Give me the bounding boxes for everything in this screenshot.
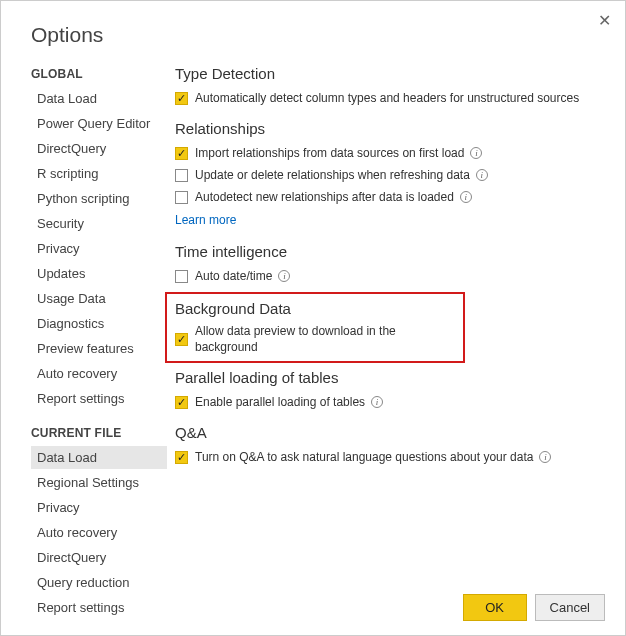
highlight-background-data: Background Data Allow data preview to do… — [165, 292, 465, 363]
sidebar-heading-current-file: CURRENT FILE — [31, 426, 167, 440]
info-icon[interactable]: i — [470, 147, 482, 159]
option-label: Enable parallel loading of tables — [195, 394, 365, 410]
section-relationships: Relationships — [175, 120, 605, 137]
section-type-detection: Type Detection — [175, 65, 605, 82]
learn-more-link[interactable]: Learn more — [175, 213, 236, 227]
option-label: Import relationships from data sources o… — [195, 145, 464, 161]
info-icon[interactable]: i — [371, 396, 383, 408]
option-import-relationships[interactable]: Import relationships from data sources o… — [175, 145, 605, 161]
checkbox-icon[interactable] — [175, 92, 188, 105]
dialog-footer: OK Cancel — [463, 594, 605, 621]
checkbox-icon[interactable] — [175, 169, 188, 182]
sidebar-item-directquery-current[interactable]: DirectQuery — [31, 546, 167, 569]
dialog-title: Options — [1, 1, 625, 65]
checkbox-icon[interactable] — [175, 191, 188, 204]
checkbox-icon[interactable] — [175, 270, 188, 283]
option-label: Autodetect new relationships after data … — [195, 189, 454, 205]
sidebar-item-usage-data[interactable]: Usage Data — [31, 287, 167, 310]
main-panel: Type Detection Automatically detect colu… — [167, 65, 605, 621]
checkbox-icon[interactable] — [175, 147, 188, 160]
option-parallel-loading[interactable]: Enable parallel loading of tables i — [175, 394, 605, 410]
sidebar-item-auto-recovery-global[interactable]: Auto recovery — [31, 362, 167, 385]
info-icon[interactable]: i — [278, 270, 290, 282]
option-qa-enable[interactable]: Turn on Q&A to ask natural language ques… — [175, 449, 605, 465]
sidebar-item-regional-settings[interactable]: Regional Settings — [31, 471, 167, 494]
section-qa: Q&A — [175, 424, 605, 441]
section-parallel-loading: Parallel loading of tables — [175, 369, 605, 386]
sidebar-item-data-load-current[interactable]: Data Load — [31, 446, 167, 469]
sidebar-item-privacy-global[interactable]: Privacy — [31, 237, 167, 260]
option-update-relationships[interactable]: Update or delete relationships when refr… — [175, 167, 605, 183]
option-label: Allow data preview to download in the ba… — [195, 323, 455, 355]
sidebar-item-preview-features[interactable]: Preview features — [31, 337, 167, 360]
sidebar-item-query-reduction[interactable]: Query reduction — [31, 571, 167, 594]
sidebar-heading-global: GLOBAL — [31, 67, 167, 81]
sidebar-item-directquery-global[interactable]: DirectQuery — [31, 137, 167, 160]
close-icon[interactable]: ✕ — [598, 11, 611, 30]
sidebar-item-report-settings-global[interactable]: Report settings — [31, 387, 167, 410]
info-icon[interactable]: i — [539, 451, 551, 463]
sidebar-item-r-scripting[interactable]: R scripting — [31, 162, 167, 185]
ok-button[interactable]: OK — [463, 594, 527, 621]
option-autodetect-relationships[interactable]: Autodetect new relationships after data … — [175, 189, 605, 205]
section-background-data: Background Data — [175, 300, 455, 317]
cancel-button[interactable]: Cancel — [535, 594, 605, 621]
info-icon[interactable]: i — [476, 169, 488, 181]
option-label: Update or delete relationships when refr… — [195, 167, 470, 183]
sidebar-item-python-scripting[interactable]: Python scripting — [31, 187, 167, 210]
sidebar-item-security[interactable]: Security — [31, 212, 167, 235]
section-time-intelligence: Time intelligence — [175, 243, 605, 260]
sidebar-item-updates[interactable]: Updates — [31, 262, 167, 285]
option-label: Turn on Q&A to ask natural language ques… — [195, 449, 533, 465]
sidebar-item-power-query-editor[interactable]: Power Query Editor — [31, 112, 167, 135]
sidebar-item-report-settings-current[interactable]: Report settings — [31, 596, 167, 619]
sidebar-item-data-load-global[interactable]: Data Load — [31, 87, 167, 110]
sidebar-item-diagnostics[interactable]: Diagnostics — [31, 312, 167, 335]
sidebar-item-auto-recovery-current[interactable]: Auto recovery — [31, 521, 167, 544]
option-auto-detect-types[interactable]: Automatically detect column types and he… — [175, 90, 605, 106]
sidebar-item-privacy-current[interactable]: Privacy — [31, 496, 167, 519]
sidebar: GLOBAL Data Load Power Query Editor Dire… — [31, 65, 167, 621]
checkbox-icon[interactable] — [175, 451, 188, 464]
option-label: Auto date/time — [195, 268, 272, 284]
option-background-download[interactable]: Allow data preview to download in the ba… — [175, 323, 455, 355]
checkbox-icon[interactable] — [175, 396, 188, 409]
checkbox-icon[interactable] — [175, 333, 188, 346]
option-label: Automatically detect column types and he… — [195, 90, 579, 106]
info-icon[interactable]: i — [460, 191, 472, 203]
option-auto-date-time[interactable]: Auto date/time i — [175, 268, 605, 284]
